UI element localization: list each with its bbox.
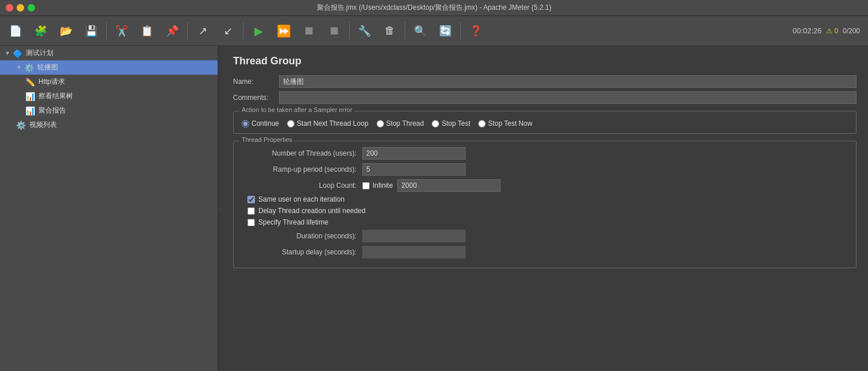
action-group-title: Action to be taken after a Sampler error — [239, 106, 355, 113]
open-button[interactable]: 📂 — [54, 19, 78, 43]
action-radio-group: Continue Start Next Thread Loop Stop Thr… — [242, 117, 848, 127]
sidebar-item-carousel[interactable]: ▼ ⚙️ 轮播图 — [0, 60, 218, 75]
sidebar-label-aggregate-report: 聚合报告 — [38, 106, 66, 115]
save-button[interactable]: 💾 — [79, 19, 103, 43]
sidebar-item-http-request[interactable]: ✏️ Http请求 — [0, 75, 218, 89]
reset-search-button[interactable]: 🔄 — [433, 19, 458, 43]
loop-count-input[interactable] — [397, 179, 501, 192]
radio-start-next-label: Start Next Thread Loop — [297, 119, 369, 127]
separator-6 — [460, 22, 461, 40]
duration-input[interactable] — [362, 230, 466, 242]
specify-lifetime-row: Specify Thread lifetime — [242, 218, 848, 226]
radio-stop-test-label: Stop Test — [441, 119, 470, 127]
name-input[interactable] — [279, 75, 857, 88]
run-timer: 00:02:26 — [793, 26, 822, 35]
infinite-label: Infinite — [373, 181, 393, 190]
title-bar: 聚合报告.jmx (/Users/xdclass/Desktop/聚合报告.jm… — [0, 0, 868, 16]
ramp-up-label: Ramp-up period (seconds): — [242, 165, 362, 173]
page-title: Thread Group — [233, 55, 857, 67]
radio-start-next-thread-loop[interactable]: Start Next Thread Loop — [287, 119, 369, 127]
sidebar-label-video-list: 视频列表 — [29, 120, 57, 130]
sidebar-label-result-tree: 察看结果树 — [38, 91, 73, 101]
toolbar-status: 00:02:26 ⚠ 0 0/200 — [793, 26, 865, 35]
run-no-pauses-button[interactable]: ⏩ — [272, 19, 296, 43]
infinite-checkbox-group: Infinite — [362, 181, 393, 190]
radio-stop-test-now-input[interactable] — [478, 120, 486, 127]
close-button[interactable] — [6, 4, 13, 11]
separator-5 — [405, 22, 405, 40]
radio-continue-label: Continue — [251, 119, 279, 127]
paste-button[interactable]: 📌 — [160, 19, 184, 43]
expand-arrow-carousel: ▼ — [16, 64, 22, 71]
sidebar-item-result-tree[interactable]: 📊 察看结果树 — [0, 89, 218, 103]
stop-button[interactable]: ⏹ — [297, 19, 321, 43]
loop-count-row: Loop Count: Infinite — [242, 179, 848, 192]
expand-button[interactable]: ↗ — [191, 19, 215, 43]
separator-1 — [106, 22, 107, 40]
sidebar-item-aggregate-report[interactable]: 📊 聚合报告 — [0, 103, 218, 118]
radio-continue[interactable]: Continue — [242, 119, 279, 127]
num-threads-input[interactable] — [362, 147, 466, 160]
main-layout: ▼ 🔷 测试计划 ▼ ⚙️ 轮播图 ✏️ Http请求 📊 察看结果树 📊 聚合… — [0, 46, 868, 371]
sidebar-item-test-plan[interactable]: ▼ 🔷 测试计划 — [0, 46, 218, 60]
num-threads-row: Number of Threads (users): — [242, 147, 848, 160]
radio-stop-test[interactable]: Stop Test — [432, 119, 470, 127]
radio-stop-test-now[interactable]: Stop Test Now — [478, 119, 532, 127]
separator-3 — [243, 22, 243, 40]
clear-all-button[interactable]: 🗑 — [378, 19, 402, 43]
comments-row: Comments: — [233, 91, 857, 104]
warning-count: 0 — [834, 27, 838, 35]
ramp-up-row: Ramp-up period (seconds): — [242, 163, 848, 176]
radio-stop-thread-label: Stop Thread — [386, 119, 424, 127]
run-button[interactable]: ▶ — [246, 19, 270, 43]
separator-2 — [187, 22, 188, 40]
warning-badge: ⚠ 0 — [826, 27, 838, 35]
same-user-checkbox[interactable] — [247, 196, 255, 203]
startup-delay-input[interactable] — [362, 246, 466, 258]
comments-input[interactable] — [279, 91, 857, 104]
duration-label: Duration (seconds): — [242, 232, 362, 240]
duration-row: Duration (seconds): — [242, 230, 848, 242]
new-button[interactable]: 📄 — [3, 19, 28, 43]
infinite-checkbox[interactable] — [362, 182, 370, 190]
content-area: Thread Group Name: Comments: Action to b… — [222, 46, 868, 371]
thread-props-title: Thread Properties — [239, 136, 294, 143]
loop-count-label: Loop Count: — [242, 181, 362, 190]
result-tree-icon: 📊 — [25, 92, 35, 101]
radio-stop-test-input[interactable] — [432, 120, 439, 127]
sidebar-label-http-request: Http请求 — [38, 77, 65, 87]
http-request-icon: ✏️ — [25, 78, 35, 87]
sidebar-label-test-plan: 测试计划 — [26, 48, 53, 58]
search-button[interactable]: 🔍 — [408, 19, 432, 43]
stop-now-button[interactable]: ⏹ — [322, 19, 346, 43]
error-count: 0/200 — [843, 27, 860, 35]
help-button[interactable]: ❓ — [464, 19, 488, 43]
warning-icon: ⚠ — [826, 27, 832, 35]
separator-4 — [349, 22, 350, 40]
open-templates-button[interactable]: 🧩 — [29, 19, 53, 43]
thread-props-group-box: Thread Properties Number of Threads (use… — [233, 141, 857, 268]
radio-stop-thread-input[interactable] — [377, 120, 384, 127]
sidebar-item-video-list[interactable]: ⚙️ 视频列表 — [0, 118, 218, 132]
radio-stop-thread[interactable]: Stop Thread — [377, 119, 424, 127]
maximize-button[interactable] — [28, 4, 35, 11]
action-group-box: Action to be taken after a Sampler error… — [233, 111, 857, 134]
radio-start-next-input[interactable] — [287, 120, 294, 127]
toolbar: 📄 🧩 📂 💾 ✂️ 📋 📌 ↗ ↙ ▶ ⏩ ⏹ ⏹ 🔧 🗑 🔍 🔄 ❓ 00:… — [0, 16, 868, 46]
collapse-button[interactable]: ↙ — [216, 19, 240, 43]
cut-button[interactable]: ✂️ — [110, 19, 134, 43]
delay-thread-row: Delay Thread creation until needed — [242, 207, 848, 215]
minimize-button[interactable] — [17, 4, 24, 11]
name-label: Name: — [233, 78, 279, 86]
video-list-icon: ⚙️ — [16, 121, 26, 130]
name-row: Name: — [233, 75, 857, 88]
radio-continue-input[interactable] — [242, 120, 249, 127]
comments-label: Comments: — [233, 94, 279, 102]
delay-thread-checkbox[interactable] — [247, 207, 255, 215]
ramp-up-input[interactable] — [362, 163, 466, 176]
copy-button[interactable]: 📋 — [135, 19, 159, 43]
num-threads-label: Number of Threads (users): — [242, 149, 362, 157]
remote-start-button[interactable]: 🔧 — [352, 19, 377, 43]
specify-lifetime-checkbox[interactable] — [247, 219, 255, 226]
expand-arrow: ▼ — [5, 50, 10, 56]
